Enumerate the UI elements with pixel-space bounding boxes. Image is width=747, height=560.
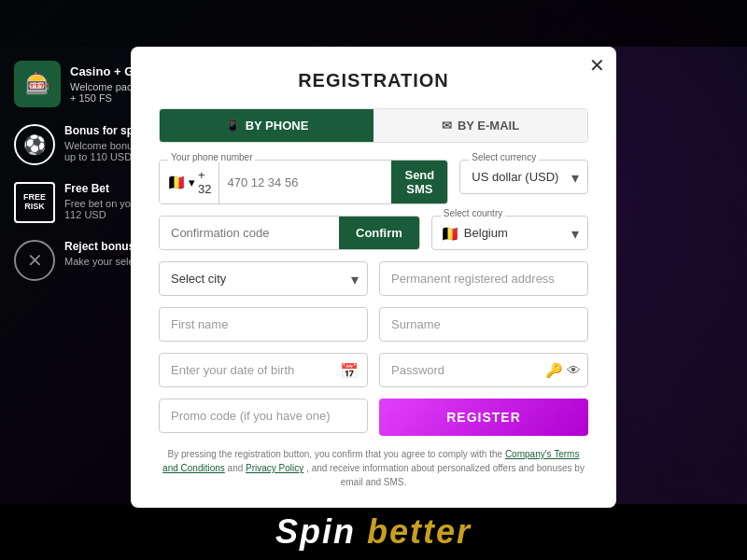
- country-select-wrapper: 🇧🇪 Belgium: [431, 216, 588, 250]
- privacy-link[interactable]: Privacy Policy: [246, 463, 303, 473]
- eye-icon[interactable]: 👁: [567, 362, 581, 379]
- city-select-wrapper: Select city: [159, 261, 368, 296]
- confirm-button[interactable]: Confirm: [339, 217, 419, 249]
- terms-end: , and receive information about personal…: [306, 463, 585, 487]
- send-sms-button[interactable]: Send SMS: [391, 161, 447, 203]
- country-label: Select country: [441, 208, 505, 218]
- phone-tab-icon: 📱: [225, 119, 240, 133]
- currency-select-wrapper: US dollar (USD): [459, 160, 588, 194]
- phone-code: + 32: [198, 168, 211, 196]
- modal-title: REGISTRATION: [159, 70, 588, 91]
- currency-label: Select currency: [469, 152, 539, 162]
- tab-phone[interactable]: 📱 BY PHONE: [160, 109, 374, 142]
- currency-group: Select currency US dollar (USD): [459, 160, 588, 204]
- key-icon: 🔑: [545, 362, 563, 379]
- chevron-down-icon: ▾: [189, 175, 195, 189]
- phone-input[interactable]: [219, 161, 391, 203]
- close-button[interactable]: ✕: [589, 56, 605, 75]
- modal-overlay: ✕ REGISTRATION 📱 BY PHONE ✉ BY E-MAIL Yo…: [0, 0, 747, 560]
- dob-group: 📅: [159, 353, 368, 387]
- password-icons: 🔑 👁: [545, 362, 581, 379]
- dob-input[interactable]: [159, 353, 368, 387]
- city-group: Select city: [159, 261, 368, 296]
- confirm-group: Confirm: [159, 216, 420, 250]
- address-input[interactable]: [379, 261, 588, 296]
- register-group: REGISTER: [379, 399, 588, 436]
- phone-tab-label: BY PHONE: [246, 119, 309, 133]
- auth-tabs: 📱 BY PHONE ✉ BY E-MAIL: [159, 108, 588, 143]
- terms-prefix: By pressing the registration button, you…: [168, 449, 503, 459]
- terms-and: and: [228, 463, 244, 473]
- confirmation-code-input[interactable]: [160, 217, 339, 249]
- register-button[interactable]: REGISTER: [379, 399, 588, 436]
- surname-group: [379, 307, 588, 342]
- currency-select[interactable]: US dollar (USD): [459, 160, 588, 194]
- promo-group: [159, 399, 368, 436]
- flag-emoji: 🇧🇪: [167, 174, 186, 191]
- surname-input[interactable]: [379, 307, 588, 342]
- confirm-row: Confirm: [159, 216, 420, 250]
- firstname-input[interactable]: [159, 307, 368, 342]
- firstname-group: [159, 307, 368, 342]
- phone-label: Your phone number: [168, 152, 255, 162]
- address-group: [379, 261, 588, 296]
- city-select[interactable]: Select city: [159, 261, 368, 296]
- country-select[interactable]: Belgium: [431, 216, 588, 250]
- terms-text: By pressing the registration button, you…: [159, 447, 588, 489]
- phone-group: Your phone number 🇧🇪 ▾ + 32 Send SMS: [159, 160, 448, 204]
- password-group: 🔑 👁: [379, 353, 588, 387]
- tab-email[interactable]: ✉ BY E-MAIL: [374, 109, 587, 142]
- country-group: Select country 🇧🇪 Belgium: [431, 216, 588, 250]
- phone-row: 🇧🇪 ▾ + 32 Send SMS: [159, 160, 448, 204]
- flag-select[interactable]: 🇧🇪 ▾ + 32: [160, 161, 219, 203]
- email-tab-icon: ✉: [442, 119, 452, 133]
- email-tab-label: BY E-MAIL: [458, 119, 519, 133]
- promo-input[interactable]: [159, 399, 368, 433]
- registration-modal: ✕ REGISTRATION 📱 BY PHONE ✉ BY E-MAIL Yo…: [131, 47, 616, 508]
